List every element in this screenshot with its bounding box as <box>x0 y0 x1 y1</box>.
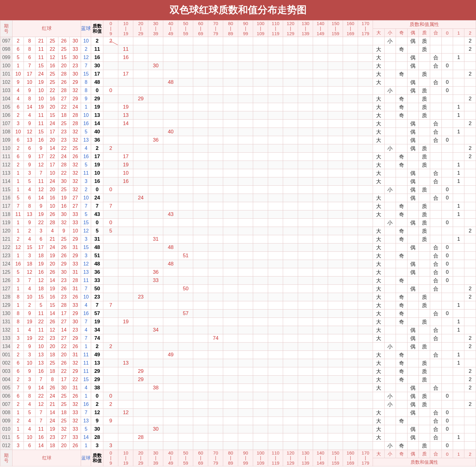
header-cell: 合 <box>430 450 441 458</box>
prop-cell <box>396 186 407 194</box>
red-ball: 28 <box>58 301 69 310</box>
bin-cell <box>148 243 163 252</box>
period-cell: 120 <box>0 227 13 235</box>
prop-cell: 奇 <box>396 376 407 384</box>
bin-cell <box>358 293 373 301</box>
table-row: 00261013252632111313大奇质1 <box>0 359 476 367</box>
prop-cell: 合 <box>430 326 441 334</box>
bin-cell <box>103 384 118 392</box>
prop-cell: 0 <box>441 417 453 425</box>
bin-cell <box>148 285 163 293</box>
bin-cell <box>193 392 208 400</box>
bin-cell <box>358 120 373 128</box>
table-row: 114151124303231616大偶合1 <box>0 177 476 186</box>
bin-cell <box>283 87 298 95</box>
bin-cell <box>253 310 268 318</box>
bin-cell <box>328 442 343 450</box>
red-ball: 4 <box>24 400 35 409</box>
prop-cell <box>384 268 396 276</box>
bin-cell <box>223 194 238 202</box>
prop-cell: 2 <box>464 70 476 78</box>
bin-cell <box>163 202 178 210</box>
table-row: 0995611121530121616大偶合1 <box>0 54 476 62</box>
bin-cell <box>223 111 238 120</box>
bin-cell <box>283 54 298 62</box>
prop-cell <box>430 318 441 326</box>
bin-cell <box>313 128 328 136</box>
bin-cell <box>283 202 298 210</box>
prop-cell: 偶 <box>407 433 419 442</box>
prop-cell: 合 <box>430 409 441 417</box>
blue-ball: 16 <box>81 310 91 318</box>
table-row: 11919222832331500小偶质0 <box>0 219 476 227</box>
bin-cell <box>193 376 208 384</box>
prop-cell: 偶 <box>407 219 419 227</box>
bin-cell <box>148 293 163 301</box>
red-ball: 12 <box>35 400 46 409</box>
bin-cell <box>178 276 193 285</box>
header-cell: 小 <box>384 29 396 37</box>
bin-cell: 51 <box>178 252 193 260</box>
period-cell: 127 <box>0 285 13 293</box>
prop-cell <box>453 243 464 252</box>
bin-cell <box>208 442 223 450</box>
prop-cell <box>373 442 384 450</box>
bin-cell <box>298 433 313 442</box>
prop-cell: 质 <box>419 111 430 120</box>
prop-cell <box>441 400 453 409</box>
bin-cell <box>208 120 223 128</box>
bin-cell <box>283 293 298 301</box>
prop-cell <box>441 301 453 310</box>
bin-cell <box>133 343 148 351</box>
bin-cell <box>223 45 238 54</box>
prop-cell <box>373 37 384 45</box>
red-ball: 12 <box>47 54 58 62</box>
bin-cell: 30 <box>148 62 163 70</box>
red-ball: 26 <box>58 78 69 87</box>
red-ball: 33 <box>69 425 81 433</box>
prop-cell <box>430 210 441 219</box>
bin-cell <box>268 384 283 392</box>
prime-sum: 0 <box>91 186 103 194</box>
prop-cell <box>453 120 464 128</box>
prop-cell: 奇 <box>396 359 407 367</box>
prop-cell: 大 <box>373 359 384 367</box>
bin-cell <box>238 252 253 260</box>
bin-cell <box>238 235 253 243</box>
bin-cell <box>148 392 163 400</box>
bin-cell <box>358 367 373 376</box>
bin-cell <box>253 169 268 177</box>
header-cell: 150|159 <box>328 450 343 466</box>
bin-cell <box>103 136 118 144</box>
bin-cell: 48 <box>163 243 178 252</box>
red-ball: 13 <box>35 359 46 367</box>
bin-cell <box>313 161 328 169</box>
prop-cell <box>419 177 430 186</box>
bin-cell <box>283 417 298 425</box>
bin-cell <box>253 70 268 78</box>
red-ball: 10 <box>24 78 35 87</box>
bin-cell <box>133 62 148 70</box>
bin-cell <box>118 227 133 235</box>
prop-cell <box>464 268 476 276</box>
red-ball: 25 <box>47 359 58 367</box>
prop-cell <box>396 87 407 95</box>
red-ball: 2 <box>13 144 24 153</box>
bin-cell <box>268 169 283 177</box>
bin-cell <box>208 433 223 442</box>
prop-cell: 偶 <box>407 285 419 293</box>
red-ball: 2 <box>13 376 24 384</box>
red-ball: 19 <box>24 318 35 326</box>
prop-cell <box>453 95 464 103</box>
prime-sum: 38 <box>91 384 103 392</box>
prop-cell <box>441 433 453 442</box>
prop-cell <box>384 285 396 293</box>
bin-cell <box>208 392 223 400</box>
bin-cell <box>283 128 298 136</box>
bin-cell <box>193 70 208 78</box>
red-ball: 19 <box>47 252 58 260</box>
prop-cell <box>430 392 441 400</box>
prop-cell <box>441 161 453 169</box>
bin-cell <box>268 359 283 367</box>
bin-cell <box>178 351 193 359</box>
